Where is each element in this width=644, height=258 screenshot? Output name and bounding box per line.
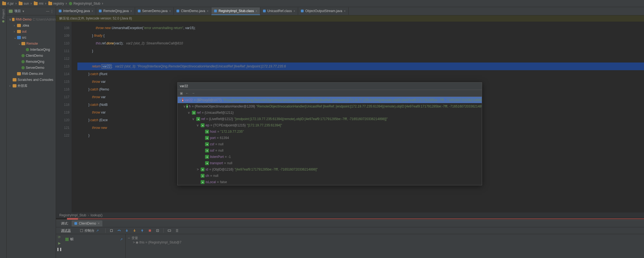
popup-header: var22 — [178, 83, 482, 90]
editor-tab[interactable]: ServerDemo.java× — [135, 7, 174, 15]
folder-icon — [48, 2, 52, 5]
popup-nav-back[interactable]: ← — [186, 91, 189, 95]
debugger-subtab[interactable]: 调试器 — [58, 227, 74, 234]
folder-icon — [17, 30, 21, 33]
debug-tab-label: 调试: — [58, 220, 71, 227]
lib-icon — [13, 84, 16, 87]
close-icon[interactable]: × — [169, 10, 171, 13]
tree-item[interactable]: ›out — [7, 29, 56, 35]
pause-button[interactable]: ❚❚ — [57, 247, 62, 251]
close-icon[interactable]: × — [207, 10, 208, 13]
cls-icon — [21, 60, 25, 63]
editor-tab[interactable]: RemoteQing.java× — [96, 7, 135, 15]
tree-item[interactable]: ›.idea — [7, 22, 56, 29]
folder-icon — [17, 36, 21, 39]
force-step-into-button[interactable] — [133, 229, 136, 233]
variable-row[interactable]: >⬥id = {ObjID@1216} "[4e97eaf9:171791285… — [178, 166, 482, 172]
close-icon[interactable]: × — [98, 222, 100, 225]
editor-tab[interactable]: RegistryImpl_Stub.class× — [211, 7, 260, 15]
var-tag-icon: ⬥ — [205, 136, 209, 140]
editor-tab[interactable]: UnicastRef.class× — [260, 7, 298, 15]
console-subtab[interactable]: 控制台↗ — [77, 227, 102, 234]
tree-item[interactable]: RemoteQing — [7, 59, 56, 65]
breadcrumb-item[interactable]: RegistryImpl_Stub — [69, 2, 105, 5]
run-to-cursor-button[interactable] — [156, 229, 159, 233]
variable-row[interactable]: v⬥var22 = {$Proxy0@1077} "Proxy[Interfac… — [178, 97, 482, 103]
variable-row[interactable]: v⬥ep = {TCPEndpoint@1215} "[172.19.77.23… — [178, 122, 482, 128]
file-icon — [214, 10, 217, 12]
variables-pane[interactable]: ↔ 变量 > ◉ this = {RegistryImpl_Stub@7 — [126, 234, 644, 258]
step-over-button[interactable] — [117, 229, 121, 233]
editor-tab[interactable]: ClientDemo.java× — [174, 7, 211, 15]
editor-breadcrumb[interactable]: RegistryImpl_Stub›lookup() — [56, 212, 644, 218]
project-tool-button[interactable]: Project — [2, 8, 5, 20]
variable-row[interactable]: ⬥transport = null — [178, 160, 482, 166]
sidebar-collapse-button[interactable]: — ⋮ — [46, 9, 54, 13]
tree-item[interactable]: ServerDemo — [7, 65, 56, 71]
breadcrumb-item[interactable]: registry — [48, 2, 69, 5]
svg-rect-2 — [168, 230, 171, 231]
variable-row[interactable]: ⬥csf = null — [178, 141, 482, 147]
evaluate-expression-button[interactable] — [167, 229, 171, 233]
trace-button[interactable] — [175, 229, 179, 233]
close-icon[interactable]: × — [130, 10, 132, 13]
breadcrumb-item[interactable]: rmi — [34, 2, 48, 5]
popup-nav-fwd[interactable]: → — [192, 91, 195, 95]
step-into-button[interactable] — [125, 229, 129, 233]
tree-item[interactable]: ⌄src — [7, 35, 56, 41]
variable-row[interactable]: v⬥ref = {UnicastRef@1211} — [178, 109, 482, 116]
inspect-popup[interactable]: var22 ▣ ← → v⬥var22 = {$Proxy0@1077} "Pr… — [177, 82, 482, 185]
tree-item[interactable]: InterfaceQing — [7, 47, 56, 53]
tool-window-stripe: Project — [0, 7, 7, 258]
tree-item[interactable]: ⌄Remote — [7, 41, 56, 47]
variable-row[interactable]: ⬥host = "172.19.77.235" — [178, 128, 482, 135]
structure-tool-button[interactable] — [2, 20, 4, 22]
svg-rect-0 — [110, 229, 113, 232]
split-handle[interactable] — [56, 218, 644, 220]
file-icon — [177, 10, 179, 12]
close-icon[interactable]: × — [256, 10, 257, 13]
var-tag-icon: ⬥ — [182, 98, 183, 102]
close-icon[interactable]: × — [91, 10, 93, 13]
project-tree[interactable]: v RMI-Demo C:\Users\Admin ›.idea›out⌄src… — [7, 15, 56, 258]
file-icon — [59, 10, 61, 12]
resume-button[interactable]: ▶ — [58, 241, 61, 245]
variable-row[interactable]: ⬥isLocal = false — [178, 179, 482, 185]
folder-icon — [17, 24, 21, 27]
show-execution-point-button[interactable] — [110, 229, 113, 233]
editor-tab[interactable]: ObjectOutputStream.java× — [298, 7, 349, 15]
variable-row[interactable]: ⬥listenPort = -1 — [178, 154, 482, 160]
tree-root[interactable]: v RMI-Demo C:\Users\Admin — [7, 16, 56, 22]
tree-item[interactable]: ›外部库 — [7, 83, 56, 89]
var-tag-icon: ⬥ — [205, 149, 209, 152]
tree-item[interactable]: Scratches and Consoles — [7, 77, 56, 83]
frames-pane[interactable]: 帧↗ — [63, 234, 126, 258]
popup-nav-pin[interactable]: ▣ — [180, 91, 183, 95]
cls-icon — [21, 54, 25, 57]
close-icon[interactable]: × — [293, 10, 295, 13]
frames-popout-icon[interactable]: ↗ — [120, 237, 123, 241]
var-tag-icon: ⬥ — [201, 180, 205, 184]
file-icon — [99, 10, 102, 12]
line-gutter[interactable]: 1081091101111121131141151161171181191201… — [56, 22, 72, 212]
variable-row[interactable]: ⬥ssf = null — [178, 147, 482, 154]
tree-item[interactable]: ClientDemo — [7, 53, 56, 59]
breadcrumb-item[interactable]: rt.jar — [2, 2, 19, 5]
variable-row[interactable]: v⬥h = {RemoteObjectInvocationHandler@120… — [178, 103, 482, 109]
drop-frame-button[interactable] — [148, 229, 152, 233]
editor-tab[interactable]: InterfaceQing.java× — [56, 7, 96, 15]
step-out-button[interactable] — [140, 229, 144, 233]
close-icon[interactable]: × — [344, 10, 346, 13]
decompile-banner: 解压缩.class文件, bytecode version: 52.0 (Jav… — [56, 15, 644, 22]
breadcrumb-item[interactable]: sun — [19, 2, 34, 5]
variable-row[interactable]: v⬥ref = {LiveRef@1212} "[endpoint:[172.1… — [178, 116, 482, 122]
rerun-button[interactable]: ⟳ — [58, 235, 61, 239]
tree-item[interactable]: RMI-Demo.iml — [7, 71, 56, 77]
folder-icon — [19, 2, 23, 5]
file-icon — [301, 10, 304, 12]
var-tag-icon: ⬥ — [205, 130, 209, 134]
jar-icon — [2, 2, 6, 5]
variable-row[interactable]: ⬥port = 61394 — [178, 135, 482, 141]
variable-row[interactable]: ⬥ch = null — [178, 172, 482, 179]
debug-run-config-tab[interactable]: ClientDemo × — [72, 220, 102, 226]
